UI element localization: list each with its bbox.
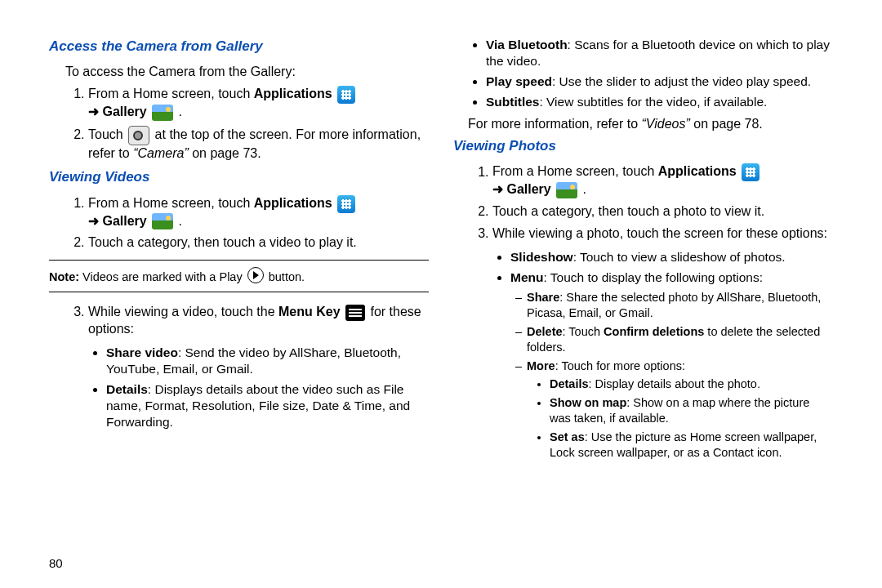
left-column: Access the Camera from Gallery To access… <box>49 33 429 464</box>
photo-options: Slideshow: Touch to view a slideshow of … <box>453 249 833 286</box>
arrow-icon <box>88 214 102 228</box>
applications-icon <box>337 195 355 213</box>
arrow-icon <box>88 105 102 118</box>
gallery-icon <box>152 105 173 121</box>
opt-via-bluetooth: Via Bluetooth: Scans for a Bluetooth dev… <box>486 37 833 69</box>
opt-share-video: Share video: Send the video by AllShare,… <box>106 345 429 377</box>
vp-step-2: Touch a category, then touch a photo to … <box>492 203 833 220</box>
right-column: Via Bluetooth: Scans for a Bluetooth dev… <box>453 33 833 464</box>
step-1: From a Home screen, touch Applications G… <box>88 86 429 121</box>
note-block: Note: Videos are marked with a Play butt… <box>49 260 429 292</box>
menu-key-icon <box>345 305 365 321</box>
applications-icon <box>337 86 355 104</box>
videos-crossref: For more information, refer to “Videos” … <box>468 116 833 133</box>
opt-details: Details: Displays details about the vide… <box>106 381 429 430</box>
vp-step-3: While viewing a photo, touch the screen … <box>492 225 833 243</box>
applications-icon <box>742 163 760 181</box>
vv-step-2: Touch a category, then touch a video to … <box>88 234 429 252</box>
viewing-videos-steps: From a Home screen, touch Applications G… <box>49 195 429 252</box>
heading-viewing-photos: Viewing Photos <box>453 137 833 155</box>
opt-subtitles: Subtitles: View subtitles for the video,… <box>486 94 833 110</box>
sub-more: More: Touch for more options: <box>527 359 833 374</box>
video-more-options: Via Bluetooth: Scans for a Bluetooth dev… <box>453 37 833 111</box>
photo-menu-suboptions: Share: Share the selected photo by AllSh… <box>453 290 833 373</box>
access-camera-steps: From a Home screen, touch Applications G… <box>49 86 429 163</box>
more-details: Details: Display details about the photo… <box>550 376 833 392</box>
camera-icon <box>128 126 149 145</box>
vv-step-3: While viewing a video, touch the Menu Ke… <box>88 304 429 338</box>
vp-step-1: From a Home screen, touch Applications G… <box>492 163 833 198</box>
video-menu-options: Share video: Send the video by AllShare,… <box>49 345 429 431</box>
heading-viewing-videos: Viewing Videos <box>49 168 429 186</box>
manual-page: Access the Camera from Gallery To access… <box>0 0 882 480</box>
more-show-on-map: Show on map: Show on a map where the pic… <box>550 395 833 426</box>
intro-text: To access the Camera from the Gallery: <box>65 64 429 81</box>
viewing-photos-steps: From a Home screen, touch Applications G… <box>453 163 833 242</box>
vv-step-1: From a Home screen, touch Applications G… <box>88 195 429 230</box>
gallery-icon <box>152 213 173 229</box>
step-2: Touch at the top of the screen. For more… <box>88 126 429 163</box>
opt-menu: Menu: Touch to display the following opt… <box>510 270 833 286</box>
opt-play-speed: Play speed: Use the slider to adjust the… <box>486 74 833 90</box>
page-number: 80 <box>49 556 63 570</box>
heading-access-camera: Access the Camera from Gallery <box>49 38 429 56</box>
photo-more-suboptions: Details: Display details about the photo… <box>453 376 833 460</box>
viewing-videos-steps-cont: While viewing a video, touch the Menu Ke… <box>49 304 429 338</box>
opt-slideshow: Slideshow: Touch to view a slideshow of … <box>510 249 833 265</box>
more-set-as: Set as: Use the picture as Home screen w… <box>550 430 833 461</box>
sub-share: Share: Share the selected photo by AllSh… <box>527 290 833 321</box>
arrow-icon <box>492 182 506 196</box>
play-icon <box>247 267 264 283</box>
gallery-icon <box>556 182 577 198</box>
sub-delete: Delete: Touch Confirm deletions to delet… <box>527 324 833 355</box>
